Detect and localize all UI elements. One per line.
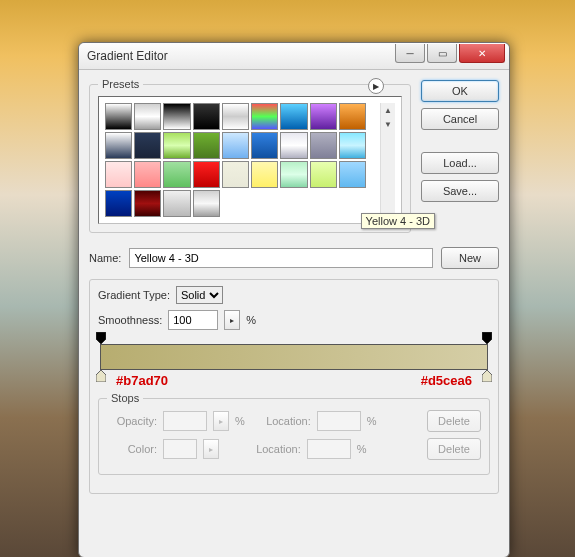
opacity-input (163, 411, 207, 431)
preset-swatch[interactable] (280, 161, 307, 188)
opacity-label: Opacity: (107, 415, 157, 427)
preset-swatches (105, 103, 366, 217)
preset-swatch[interactable] (193, 161, 220, 188)
color-stop-right[interactable] (482, 370, 492, 382)
preset-swatch[interactable] (193, 132, 220, 159)
preset-swatch[interactable] (134, 161, 161, 188)
hex-right-label: #d5cea6 (421, 373, 472, 388)
preset-swatch[interactable] (163, 132, 190, 159)
preset-swatch[interactable] (251, 103, 278, 130)
color-location-input (307, 439, 351, 459)
color-location-label: Location: (241, 443, 301, 455)
color-well (163, 439, 197, 459)
preset-swatch[interactable] (134, 190, 161, 217)
color-stop-left[interactable] (96, 370, 106, 382)
opacity-arrow-icon: ▸ (213, 411, 229, 431)
stops-fieldset: Stops Opacity: ▸ % Location: % Delete Co… (98, 392, 490, 475)
opacity-stop-right[interactable] (482, 332, 492, 344)
preset-swatch[interactable] (222, 132, 249, 159)
preset-swatch[interactable] (163, 161, 190, 188)
name-input[interactable] (129, 248, 433, 268)
preset-swatch[interactable] (251, 132, 278, 159)
preset-swatch[interactable] (163, 190, 190, 217)
preset-swatch[interactable] (339, 132, 366, 159)
preset-swatch[interactable] (105, 103, 132, 130)
presets-fieldset: Presets ▶ ▲ ▼ Yellow 4 - 3D (89, 78, 411, 233)
color-label: Color: (107, 443, 157, 455)
preset-swatch[interactable] (105, 161, 132, 188)
smoothness-input[interactable] (168, 310, 218, 330)
opacity-location-input (317, 411, 361, 431)
close-button[interactable]: ✕ (459, 44, 505, 63)
minimize-button[interactable]: ─ (395, 44, 425, 63)
smoothness-arrow-icon[interactable]: ▸ (224, 310, 240, 330)
preset-swatch[interactable] (222, 103, 249, 130)
opacity-location-percent: % (367, 415, 377, 427)
color-arrow-icon: ▸ (203, 439, 219, 459)
gradient-fieldset: Gradient Type: Solid Smoothness: ▸ % (89, 279, 499, 494)
preset-swatch[interactable] (339, 161, 366, 188)
opacity-percent: % (235, 415, 245, 427)
presets-box: ▲ ▼ Yellow 4 - 3D (98, 96, 402, 224)
svg-marker-2 (96, 370, 106, 382)
load-button[interactable]: Load... (421, 152, 499, 174)
preset-swatch[interactable] (193, 190, 220, 217)
preset-swatch[interactable] (105, 132, 132, 159)
name-row: Name: New (89, 247, 499, 269)
dialog-content: Presets ▶ ▲ ▼ Yellow 4 - 3D OK (79, 70, 509, 512)
color-location-percent: % (357, 443, 367, 455)
preset-swatch[interactable] (134, 132, 161, 159)
preset-swatch[interactable] (222, 161, 249, 188)
svg-marker-1 (482, 332, 492, 344)
presets-menu-icon[interactable]: ▶ (368, 78, 384, 94)
preset-swatch[interactable] (251, 161, 278, 188)
svg-marker-0 (96, 332, 106, 344)
opacity-location-label: Location: (251, 415, 311, 427)
titlebar[interactable]: Gradient Editor ─ ▭ ✕ (79, 43, 509, 70)
preset-swatch[interactable] (163, 103, 190, 130)
preset-swatch[interactable] (105, 190, 132, 217)
preset-tooltip: Yellow 4 - 3D (361, 213, 435, 229)
cancel-button[interactable]: Cancel (421, 108, 499, 130)
preset-swatch[interactable] (339, 103, 366, 130)
gradient-preview: #b7ad70 #d5cea6 (100, 344, 488, 370)
opacity-stop-left[interactable] (96, 332, 106, 344)
preset-swatch[interactable] (280, 132, 307, 159)
stops-legend: Stops (107, 392, 143, 404)
preset-swatch[interactable] (280, 103, 307, 130)
gradient-bar[interactable] (100, 344, 488, 370)
scroll-up-icon[interactable]: ▲ (381, 103, 395, 117)
save-button[interactable]: Save... (421, 180, 499, 202)
gradient-type-label: Gradient Type: (98, 289, 170, 301)
preset-swatch[interactable] (193, 103, 220, 130)
window-controls: ─ ▭ ✕ (395, 44, 505, 63)
hex-left-label: #b7ad70 (116, 373, 168, 388)
window-title: Gradient Editor (87, 49, 395, 63)
opacity-delete-button: Delete (427, 410, 481, 432)
scroll-down-icon[interactable]: ▼ (381, 117, 395, 131)
ok-button[interactable]: OK (421, 80, 499, 102)
name-label: Name: (89, 252, 121, 264)
preset-swatch[interactable] (310, 132, 337, 159)
gradient-type-select[interactable]: Solid (176, 286, 223, 304)
smoothness-percent: % (246, 314, 256, 326)
preset-swatch[interactable] (310, 161, 337, 188)
preset-swatch[interactable] (310, 103, 337, 130)
color-delete-button: Delete (427, 438, 481, 460)
maximize-button[interactable]: ▭ (427, 44, 457, 63)
gradient-editor-window: Gradient Editor ─ ▭ ✕ Presets ▶ ▲ ▼ (78, 42, 510, 557)
presets-scrollbar[interactable]: ▲ ▼ (380, 103, 395, 217)
svg-marker-3 (482, 370, 492, 382)
new-button[interactable]: New (441, 247, 499, 269)
smoothness-label: Smoothness: (98, 314, 162, 326)
preset-swatch[interactable] (134, 103, 161, 130)
presets-legend: Presets (98, 78, 143, 90)
